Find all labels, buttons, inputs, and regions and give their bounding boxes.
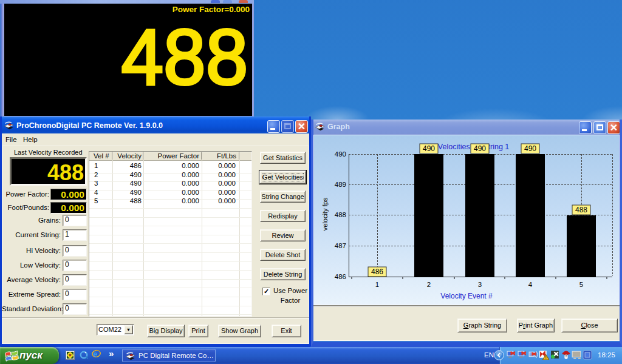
svg-text:!: ! xyxy=(545,356,547,360)
svg-text:velocity fps: velocity fps xyxy=(321,197,329,231)
svg-text:490: 490 xyxy=(335,150,346,158)
svg-text:2: 2 xyxy=(427,281,431,288)
svg-text:4: 4 xyxy=(528,281,533,288)
svg-text:Velocity Event #: Velocity Event # xyxy=(440,292,493,300)
svg-text:490: 490 xyxy=(524,144,536,153)
svg-text:487: 487 xyxy=(335,242,346,249)
svg-text:488: 488 xyxy=(335,211,346,218)
svg-text:490: 490 xyxy=(474,144,486,153)
svg-text:486: 486 xyxy=(371,268,383,276)
svg-text:3: 3 xyxy=(478,281,482,288)
svg-text:488: 488 xyxy=(575,206,587,214)
svg-text:486: 486 xyxy=(335,273,346,280)
svg-text:490: 490 xyxy=(423,144,435,153)
svg-text:5: 5 xyxy=(579,281,583,288)
svg-text:489: 489 xyxy=(335,181,346,188)
svg-text:1: 1 xyxy=(375,281,379,288)
